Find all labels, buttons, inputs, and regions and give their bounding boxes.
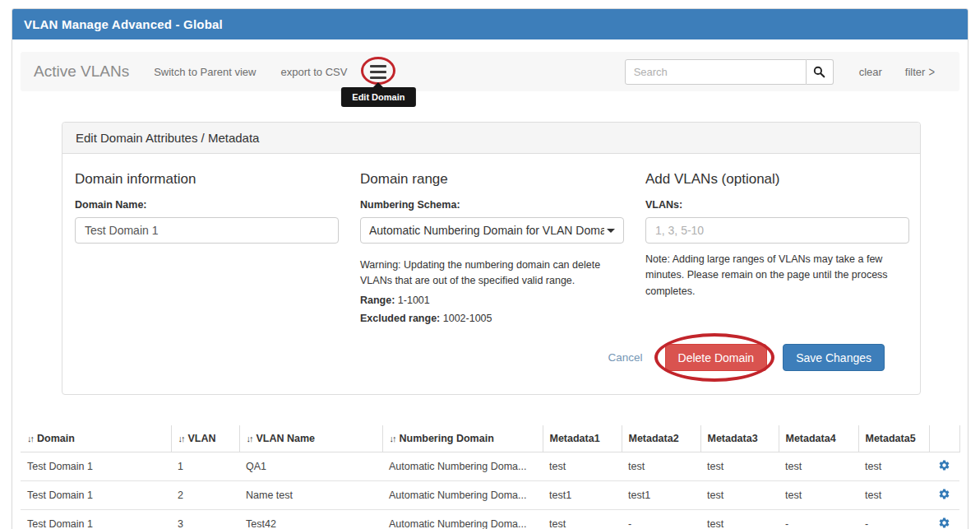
cell-metadata1: test bbox=[543, 510, 622, 529]
row-settings-button[interactable] bbox=[938, 459, 950, 471]
cell-metadata3: test bbox=[700, 452, 779, 481]
save-changes-button[interactable]: Save Changes bbox=[783, 344, 885, 371]
numbering-schema-select[interactable]: Automatic Numbering Domain for VLAN Doma bbox=[360, 217, 624, 244]
sort-icon[interactable]: ↓↑ bbox=[247, 434, 252, 443]
table-row: Test Domain 1 1 QA1 Automatic Numbering … bbox=[21, 452, 959, 481]
cell-metadata2: test bbox=[622, 452, 700, 481]
switch-parent-view-link[interactable]: Switch to Parent view bbox=[154, 66, 256, 78]
add-vlans-note: Note: Adding large ranges of VLANs may t… bbox=[645, 252, 909, 299]
domain-information-section: Domain information Domain Name: bbox=[75, 171, 339, 326]
cell-domain: Test Domain 1 bbox=[21, 510, 171, 529]
edit-domain-menu-button[interactable]: Edit Domain bbox=[370, 64, 386, 79]
panel-header: Edit Domain Attributes / Metadata bbox=[62, 123, 920, 154]
cancel-link[interactable]: Cancel bbox=[608, 351, 643, 364]
col-header-actions bbox=[929, 425, 959, 452]
cell-metadata4: test bbox=[779, 481, 858, 510]
cell-metadata5: - bbox=[858, 510, 929, 529]
app-window: VLAN Manage Advanced - Global Active VLA… bbox=[12, 8, 968, 529]
cell-vlan: 2 bbox=[171, 481, 239, 510]
chevron-right-icon: > bbox=[928, 64, 935, 79]
cell-vlan-name: QA1 bbox=[239, 452, 382, 481]
cell-metadata2: - bbox=[622, 510, 700, 529]
edit-domain-panel: Edit Domain Attributes / Metadata Domain… bbox=[62, 122, 921, 395]
numbering-warning-text: Warning: Updating the numbering domain c… bbox=[360, 258, 624, 290]
domain-name-label: Domain Name: bbox=[75, 199, 339, 211]
col-header-metadata2: Metadata2 bbox=[622, 425, 700, 452]
active-vlans-heading: Active VLANs bbox=[34, 63, 129, 81]
cell-domain: Test Domain 1 bbox=[21, 452, 171, 481]
col-header-numbering-domain[interactable]: ↓↑Numbering Domain bbox=[382, 425, 543, 452]
cell-metadata3: test bbox=[700, 510, 779, 529]
cell-metadata1: test bbox=[543, 452, 622, 481]
domain-range-heading: Domain range bbox=[360, 171, 624, 188]
range-value: Range: 1-1001 bbox=[360, 293, 624, 308]
sort-icon[interactable]: ↓↑ bbox=[27, 434, 33, 443]
vlans-field[interactable] bbox=[645, 217, 909, 244]
hamburger-icon bbox=[370, 65, 386, 79]
table-row: Test Domain 1 2 Name test Automatic Numb… bbox=[21, 481, 959, 510]
cell-metadata1: test1 bbox=[543, 481, 622, 510]
caret-down-icon bbox=[607, 229, 615, 233]
title-bar: VLAN Manage Advanced - Global bbox=[12, 9, 968, 39]
domain-name-field[interactable] bbox=[75, 217, 339, 244]
domain-range-section: Domain range Numbering Schema: Automatic… bbox=[360, 171, 624, 326]
cell-numbering-domain: Automatic Numbering Doma... bbox=[382, 452, 543, 481]
cell-domain: Test Domain 1 bbox=[21, 481, 171, 510]
clear-link[interactable]: clear bbox=[859, 66, 882, 78]
col-header-vlan[interactable]: ↓↑VLAN bbox=[171, 425, 239, 452]
add-vlans-section: Add VLANs (optional) VLANs: Note: Adding… bbox=[645, 171, 909, 326]
sort-icon[interactable]: ↓↑ bbox=[178, 434, 184, 443]
vlan-table: ↓↑Domain ↓↑VLAN ↓↑VLAN Name ↓↑Numbering … bbox=[21, 425, 959, 529]
domain-information-heading: Domain information bbox=[75, 171, 339, 188]
cell-vlan-name: Name test bbox=[239, 481, 382, 510]
page-title: VLAN Manage Advanced - Global bbox=[24, 17, 223, 31]
cell-metadata4: - bbox=[779, 510, 858, 529]
filter-link[interactable]: filter> bbox=[905, 66, 935, 78]
gear-icon bbox=[938, 462, 950, 474]
toolbar: Active VLANs Switch to Parent view expor… bbox=[21, 52, 959, 91]
row-settings-button[interactable] bbox=[938, 517, 950, 529]
cell-numbering-domain: Automatic Numbering Doma... bbox=[382, 481, 543, 510]
export-csv-link[interactable]: export to CSV bbox=[280, 66, 347, 78]
sort-icon[interactable]: ↓↑ bbox=[390, 434, 395, 443]
cell-metadata4: test bbox=[779, 452, 858, 481]
search-button[interactable] bbox=[807, 59, 834, 85]
col-header-metadata1: Metadata1 bbox=[543, 425, 622, 452]
row-settings-button[interactable] bbox=[938, 488, 950, 500]
edit-domain-tooltip: Edit Domain bbox=[341, 87, 415, 107]
cell-vlan-name: Test42 bbox=[239, 510, 382, 529]
numbering-schema-label: Numbering Schema: bbox=[360, 199, 624, 211]
cell-metadata5: test bbox=[858, 481, 929, 510]
gear-icon bbox=[938, 490, 950, 503]
col-header-vlan-name[interactable]: ↓↑VLAN Name bbox=[239, 425, 382, 452]
cell-vlan: 3 bbox=[171, 510, 239, 529]
cell-metadata2: test1 bbox=[622, 481, 700, 510]
panel-actions: Cancel Delete Domain Save Changes bbox=[75, 344, 909, 371]
col-header-domain[interactable]: ↓↑Domain bbox=[21, 425, 171, 452]
cell-metadata3: test bbox=[700, 481, 779, 510]
cell-vlan: 1 bbox=[171, 452, 239, 481]
table-header-row: ↓↑Domain ↓↑VLAN ↓↑VLAN Name ↓↑Numbering … bbox=[21, 425, 959, 452]
vlans-label: VLANs: bbox=[645, 199, 909, 211]
cell-metadata5: test bbox=[858, 452, 929, 481]
col-header-metadata4: Metadata4 bbox=[779, 425, 858, 452]
col-header-metadata3: Metadata3 bbox=[700, 425, 779, 452]
search-group bbox=[625, 59, 834, 85]
gear-icon bbox=[938, 519, 950, 529]
col-header-metadata5: Metadata5 bbox=[858, 425, 929, 452]
table-row: Test Domain 1 3 Test42 Automatic Numberi… bbox=[21, 510, 959, 529]
search-icon bbox=[813, 66, 825, 78]
excluded-range-value: Excluded range: 1002-1005 bbox=[360, 311, 624, 326]
delete-domain-button[interactable]: Delete Domain bbox=[665, 344, 768, 371]
add-vlans-heading: Add VLANs (optional) bbox=[645, 171, 909, 188]
cell-numbering-domain: Automatic Numbering Doma... bbox=[382, 510, 543, 529]
search-input[interactable] bbox=[625, 59, 807, 85]
